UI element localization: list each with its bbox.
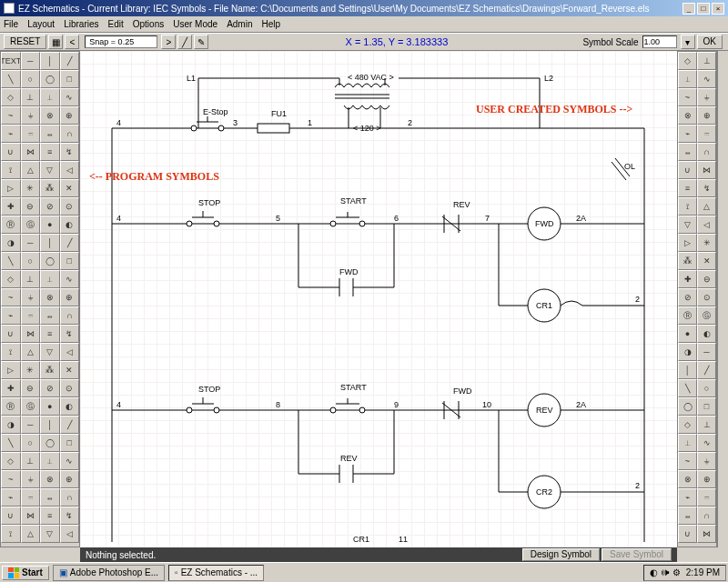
palette-symbol[interactable]: ∩ [60, 488, 80, 507]
palette-symbol[interactable]: ⌁ [1, 125, 21, 143]
scale-dropdown-icon[interactable]: ▾ [681, 35, 695, 49]
palette-symbol[interactable]: Ⓡ [1, 216, 21, 234]
palette-symbol[interactable]: ∩ [60, 306, 80, 325]
next-button[interactable]: > [161, 35, 176, 49]
user-palette-symbol[interactable]: ▽ [678, 216, 697, 234]
user-palette-symbol[interactable]: ⋈ [697, 161, 716, 179]
palette-symbol[interactable]: ◐ [60, 216, 80, 234]
user-palette-symbol[interactable]: │ [678, 361, 697, 379]
palette-symbol[interactable]: │ [40, 234, 60, 252]
menu-options[interactable]: Options [133, 19, 164, 29]
palette-symbol[interactable]: ⟟ [1, 525, 21, 543]
user-palette-symbol[interactable]: ∩ [697, 143, 716, 161]
palette-symbol[interactable]: ∪ [1, 507, 21, 525]
palette-symbol[interactable]: ⏛ [40, 125, 60, 143]
palette-symbol[interactable]: ⊕ [60, 470, 80, 488]
user-palette-symbol[interactable]: ~ [678, 452, 697, 470]
user-palette-symbol[interactable]: ∪ [678, 525, 697, 543]
palette-symbol[interactable]: ⊗ [40, 470, 60, 488]
user-palette-symbol[interactable]: Ⓖ [697, 306, 716, 325]
user-palette-symbol[interactable]: △ [697, 197, 716, 216]
palette-symbol[interactable]: ╱ [60, 234, 80, 252]
palette-symbol[interactable]: ~ [1, 288, 21, 306]
minimize-button[interactable]: _ [682, 3, 695, 15]
palette-symbol[interactable]: ◇ [1, 88, 21, 106]
palette-symbol[interactable]: ✚ [1, 197, 21, 216]
palette-symbol[interactable]: ╲ [1, 70, 21, 88]
menu-usermode[interactable]: User Mode [173, 19, 217, 29]
palette-symbol[interactable]: ∪ [1, 143, 21, 161]
grid-toggle-icon[interactable]: ▦ [48, 35, 63, 49]
palette-symbol[interactable]: △ [21, 161, 41, 179]
palette-symbol[interactable]: ◑ [1, 416, 21, 434]
taskbar-app-photoshop[interactable]: ▣Adobe Photoshop E... [53, 565, 165, 581]
user-palette-symbol[interactable]: ○ [697, 379, 716, 397]
user-palette-symbol[interactable]: ⏛ [678, 143, 697, 161]
palette-symbol[interactable]: ∿ [60, 270, 80, 288]
palette-symbol[interactable]: ⊖ [21, 379, 41, 397]
palette-symbol[interactable]: ● [40, 216, 60, 234]
palette-symbol[interactable]: ◯ [40, 252, 60, 270]
ok-button[interactable]: OK [697, 35, 723, 49]
user-palette-symbol[interactable]: ⏛ [678, 507, 697, 525]
palette-symbol[interactable]: Ⓖ [21, 397, 41, 416]
palette-symbol[interactable]: ▷ [1, 361, 21, 379]
palette-symbol[interactable]: □ [60, 434, 80, 452]
palette-symbol[interactable]: □ [60, 70, 80, 88]
palette-symbol[interactable]: ✕ [60, 179, 80, 197]
palette-symbol[interactable]: ○ [21, 70, 41, 88]
system-tray[interactable]: ◐ 🕪 ⚙ 2:19 PM [643, 565, 726, 581]
palette-symbol[interactable]: ⌁ [1, 488, 21, 507]
user-palette-symbol[interactable]: ⟂ [678, 70, 697, 88]
drawing-canvas[interactable]: L1 L2 < 480 VAC > 4 E-Stop 3 FU1 1 < 120… [80, 51, 677, 547]
user-palette-symbol[interactable]: ◐ [697, 325, 716, 343]
palette-symbol[interactable]: ◇ [1, 270, 21, 288]
palette-symbol[interactable]: ▷ [1, 179, 21, 197]
palette-symbol[interactable]: │ [40, 416, 60, 434]
user-palette-symbol[interactable]: ∪ [678, 161, 697, 179]
palette-symbol[interactable]: ⏚ [21, 288, 41, 306]
menu-admin[interactable]: Admin [227, 19, 252, 29]
palette-symbol[interactable]: ⊥ [21, 270, 41, 288]
user-palette-symbol[interactable]: ⊥ [697, 416, 716, 434]
user-palette-symbol[interactable]: ⋈ [697, 525, 716, 543]
user-palette-symbol[interactable]: ⌁ [678, 125, 697, 143]
user-palette-symbol[interactable]: ▷ [678, 234, 697, 252]
palette-symbol[interactable]: ✚ [1, 379, 21, 397]
palette-symbol[interactable]: △ [21, 343, 41, 361]
palette-symbol[interactable]: │ [40, 52, 60, 70]
user-palette-symbol[interactable]: Ⓡ [678, 306, 697, 325]
palette-symbol[interactable]: △ [21, 525, 41, 543]
user-palette-symbol[interactable]: ✕ [697, 252, 716, 270]
palette-symbol[interactable]: ↯ [60, 143, 80, 161]
palette-symbol[interactable]: ◁ [60, 343, 80, 361]
palette-symbol[interactable]: ⟟ [1, 343, 21, 361]
palette-symbol[interactable]: ⊕ [60, 106, 80, 125]
palette-symbol[interactable]: ▽ [40, 343, 60, 361]
palette-symbol[interactable]: ⋈ [21, 507, 41, 525]
start-button[interactable]: Start [2, 566, 49, 580]
palette-symbol[interactable]: ∪ [1, 325, 21, 343]
palette-symbol[interactable]: ⟂ [40, 88, 60, 106]
user-palette-symbol[interactable]: ⌁ [678, 488, 697, 507]
menu-edit[interactable]: Edit [108, 19, 124, 29]
palette-symbol[interactable]: ◯ [40, 434, 60, 452]
user-palette-symbol[interactable]: ∩ [697, 507, 716, 525]
palette-symbol[interactable]: ╱ [60, 52, 80, 70]
edit-tool-icon[interactable]: ✎ [194, 35, 208, 49]
palette-symbol[interactable]: ⁂ [40, 361, 60, 379]
user-palette-symbol[interactable]: ⊘ [678, 288, 697, 306]
palette-symbol[interactable]: ~ [1, 470, 21, 488]
user-palette-symbol[interactable]: ⊕ [697, 470, 716, 488]
palette-symbol[interactable]: ◐ [60, 397, 80, 416]
user-palette-symbol[interactable]: ◁ [697, 216, 716, 234]
user-palette-symbol[interactable]: ⏚ [697, 452, 716, 470]
palette-symbol[interactable]: ○ [21, 252, 41, 270]
palette-symbol[interactable]: ∩ [60, 125, 80, 143]
vertical-scrollbar[interactable] [717, 51, 728, 547]
user-palette-symbol[interactable]: ╱ [697, 361, 716, 379]
menu-help[interactable]: Help [261, 19, 280, 29]
palette-symbol[interactable]: ⊗ [40, 288, 60, 306]
snap-input[interactable] [85, 35, 157, 48]
user-palette-symbol[interactable]: ⊗ [678, 470, 697, 488]
